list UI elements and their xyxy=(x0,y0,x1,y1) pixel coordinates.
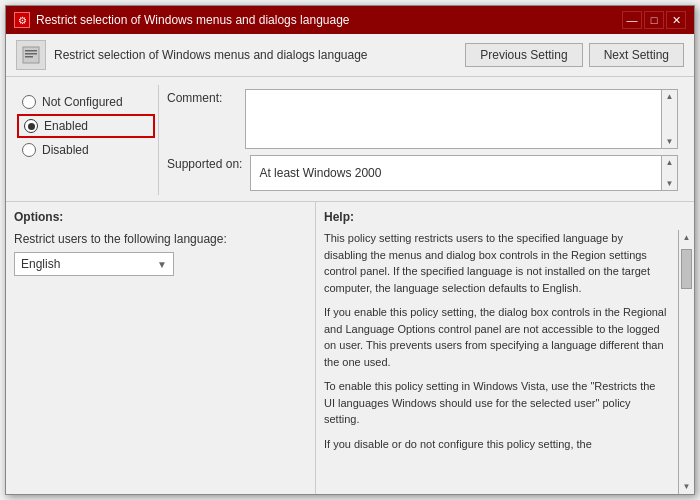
toolbar-icon xyxy=(16,40,46,70)
help-scroll-down[interactable]: ▼ xyxy=(680,479,694,494)
help-paragraph-1: This policy setting restricts users to t… xyxy=(324,230,668,296)
disabled-radio[interactable] xyxy=(22,143,36,157)
help-panel: Help: This policy setting restricts user… xyxy=(316,202,694,494)
enabled-label: Enabled xyxy=(44,119,88,133)
comment-label: Comment: xyxy=(167,89,237,105)
options-title: Options: xyxy=(14,210,307,224)
title-bar: ⚙ Restrict selection of Windows menus an… xyxy=(6,6,694,34)
svg-rect-3 xyxy=(25,56,33,58)
not-configured-radio[interactable] xyxy=(22,95,36,109)
svg-rect-1 xyxy=(25,50,37,52)
help-paragraph-4: If you disable or do not configure this … xyxy=(324,436,668,453)
toolbar-buttons: Previous Setting Next Setting xyxy=(465,43,684,67)
not-configured-option[interactable]: Not Configured xyxy=(22,95,150,109)
supported-box: At least Windows 2000 ▲ ▼ xyxy=(250,155,678,191)
help-scroll-up[interactable]: ▲ xyxy=(680,230,694,245)
disabled-option[interactable]: Disabled xyxy=(22,143,150,157)
comment-box[interactable]: ▲ ▼ xyxy=(245,89,678,149)
disabled-label: Disabled xyxy=(42,143,89,157)
radio-panel: Not Configured Enabled Disabled xyxy=(14,85,159,195)
prev-setting-button[interactable]: Previous Setting xyxy=(465,43,582,67)
window-icon: ⚙ xyxy=(14,12,30,28)
title-bar-left: ⚙ Restrict selection of Windows menus an… xyxy=(14,12,350,28)
maximize-button[interactable]: □ xyxy=(644,11,664,29)
scroll-up-arrow[interactable]: ▲ xyxy=(664,90,676,103)
help-paragraph-3: To enable this policy setting in Windows… xyxy=(324,378,668,428)
help-scrollbar-thumb[interactable] xyxy=(681,249,692,289)
supported-label: Supported on: xyxy=(167,155,242,171)
help-scrollbar-track xyxy=(679,245,694,479)
bottom-section: Options: Restrict users to the following… xyxy=(6,201,694,494)
toolbar-title: Restrict selection of Windows menus and … xyxy=(54,48,457,62)
svg-rect-2 xyxy=(25,53,37,55)
help-scroll-area: This policy setting restricts users to t… xyxy=(324,230,686,482)
supported-scrollbar[interactable]: ▲ ▼ xyxy=(661,156,677,190)
dropdown-value: English xyxy=(21,257,157,271)
next-setting-button[interactable]: Next Setting xyxy=(589,43,684,67)
comment-scrollbar[interactable]: ▲ ▼ xyxy=(661,90,677,148)
supported-section: Supported on: At least Windows 2000 ▲ ▼ xyxy=(167,155,678,191)
scroll-up-arrow2[interactable]: ▲ xyxy=(664,156,676,169)
close-button[interactable]: ✕ xyxy=(666,11,686,29)
enabled-radio[interactable] xyxy=(24,119,38,133)
comment-section: Comment: ▲ ▼ xyxy=(167,89,678,149)
scroll-down-arrow[interactable]: ▼ xyxy=(664,135,676,148)
title-controls: — □ ✕ xyxy=(622,11,686,29)
scroll-down-arrow2[interactable]: ▼ xyxy=(664,177,676,190)
enabled-option[interactable]: Enabled xyxy=(17,114,155,138)
policy-icon xyxy=(21,45,41,65)
main-window: ⚙ Restrict selection of Windows menus an… xyxy=(5,5,695,495)
window-title: Restrict selection of Windows menus and … xyxy=(36,13,350,27)
help-title: Help: xyxy=(324,210,686,224)
options-panel: Options: Restrict users to the following… xyxy=(6,202,316,494)
svg-rect-0 xyxy=(23,47,39,63)
not-configured-label: Not Configured xyxy=(42,95,123,109)
language-dropdown[interactable]: English ▼ xyxy=(14,252,174,276)
help-scrollbar[interactable]: ▲ ▼ xyxy=(678,230,694,494)
minimize-button[interactable]: — xyxy=(622,11,642,29)
dropdown-arrow-icon: ▼ xyxy=(157,259,167,270)
radio-dot xyxy=(28,123,35,130)
toolbar: Restrict selection of Windows menus and … xyxy=(6,34,694,77)
options-sublabel: Restrict users to the following language… xyxy=(14,232,307,246)
help-paragraph-2: If you enable this policy setting, the d… xyxy=(324,304,668,370)
supported-value: At least Windows 2000 xyxy=(259,166,669,180)
